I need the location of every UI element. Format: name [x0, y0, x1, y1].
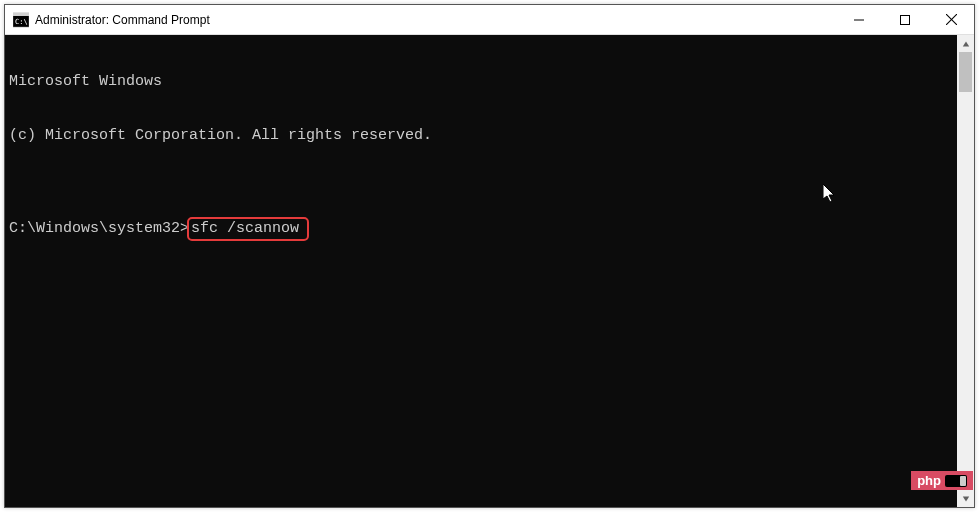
vertical-scrollbar[interactable] — [957, 35, 974, 507]
window-controls — [836, 5, 974, 34]
watermark-badge: php — [911, 471, 973, 490]
command-highlight: sfc /scannow — [187, 217, 309, 241]
scroll-track[interactable] — [957, 52, 974, 490]
window-title: Administrator: Command Prompt — [35, 13, 210, 27]
minimize-button[interactable] — [836, 5, 882, 34]
output-line: (c) Microsoft Corporation. All rights re… — [9, 127, 953, 145]
close-button[interactable] — [928, 5, 974, 34]
svg-marker-8 — [962, 496, 968, 501]
scroll-thumb[interactable] — [959, 52, 972, 92]
svg-rect-4 — [901, 15, 910, 24]
svg-rect-1 — [13, 13, 29, 16]
scroll-down-button[interactable] — [957, 490, 974, 507]
prompt-line: C:\Windows\system32>sfc /scannow — [9, 217, 953, 241]
terminal-output[interactable]: Microsoft Windows (c) Microsoft Corporat… — [5, 35, 957, 507]
output-line: Microsoft Windows — [9, 73, 953, 91]
scroll-up-button[interactable] — [957, 35, 974, 52]
maximize-button[interactable] — [882, 5, 928, 34]
watermark-icon — [945, 475, 967, 487]
svg-marker-7 — [962, 41, 968, 46]
command-prompt-window: C:\ Administrator: Command Prompt Micros… — [4, 4, 975, 508]
cmd-icon: C:\ — [13, 12, 29, 28]
typed-command: sfc /scannow — [191, 220, 299, 237]
watermark-text: php — [917, 473, 941, 488]
prompt-path: C:\Windows\system32> — [9, 220, 189, 238]
titlebar[interactable]: C:\ Administrator: Command Prompt — [5, 5, 974, 35]
svg-text:C:\: C:\ — [15, 18, 28, 26]
console-area: Microsoft Windows (c) Microsoft Corporat… — [5, 35, 974, 507]
